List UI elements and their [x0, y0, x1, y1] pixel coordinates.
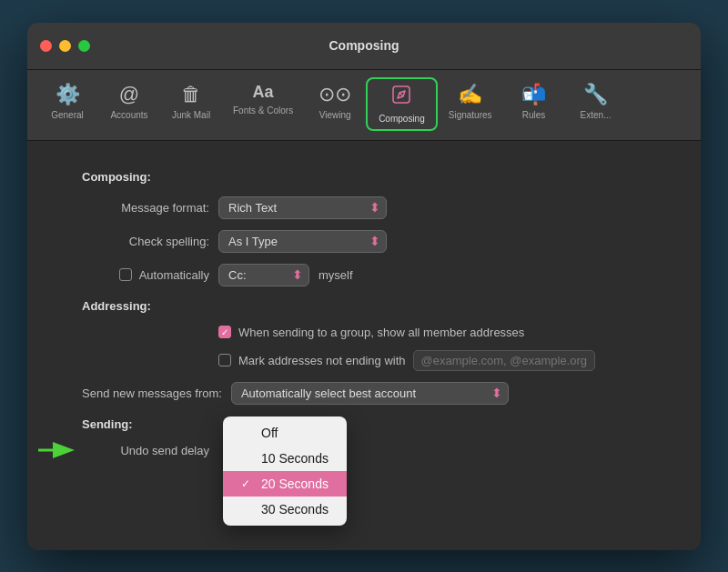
toolbar-item-viewing[interactable]: ⊙⊙ Viewing	[304, 77, 366, 131]
toolbar-item-composing[interactable]: Composing	[366, 77, 438, 131]
20s-checkmark: ✓	[241, 477, 254, 490]
message-format-chevron: ⬍	[369, 200, 380, 215]
send-from-select[interactable]: Automatically select best account ⬍	[231, 382, 509, 405]
message-format-value: Rich Text	[228, 201, 277, 215]
dropdown-label-off: Off	[261, 426, 278, 440]
automatically-label: Automatically	[139, 268, 209, 282]
check-spelling-label: Check spelling:	[82, 235, 209, 248]
dropdown-label-30s: 30 Seconds	[261, 502, 329, 517]
gear-icon: ⚙️	[56, 83, 80, 106]
cc-chevron: ⬍	[292, 267, 303, 282]
cc-select[interactable]: Cc: ⬍	[218, 264, 309, 286]
undo-send-dropdown[interactable]: Off 10 Seconds ✓ 20 Seconds 30 Seconds	[223, 416, 347, 526]
toolbar-item-extensions[interactable]: 🔧 Exten...	[565, 77, 627, 131]
toolbar-item-accounts[interactable]: @ Accounts	[98, 77, 160, 131]
minimize-button[interactable]	[59, 40, 71, 52]
mark-addresses-input[interactable]	[413, 350, 595, 371]
dropdown-label-10s: 10 Seconds	[261, 451, 329, 466]
mark-addresses-label: Mark addresses not ending with	[238, 354, 406, 367]
dropdown-item-10s[interactable]: 10 Seconds	[223, 446, 347, 471]
toolbar-label-fonts-colors: Fonts & Colors	[233, 105, 293, 115]
toolbar-label-general: General	[51, 110, 84, 120]
maximize-button[interactable]	[78, 40, 90, 52]
signatures-icon: ✍️	[458, 83, 482, 106]
check-spelling-select[interactable]: As I Type ⬍	[218, 230, 387, 253]
send-from-label: Send new messages from:	[82, 386, 222, 400]
toolbar-label-viewing: Viewing	[319, 110, 351, 120]
mark-addresses-checkbox[interactable]	[218, 354, 231, 366]
window-title: Composing	[329, 38, 399, 53]
compose-icon	[391, 85, 411, 110]
toolbar-label-extensions: Exten...	[581, 110, 612, 120]
toolbar-label-accounts: Accounts	[110, 110, 147, 120]
automatically-row: Automatically Cc: ⬍ myself	[82, 264, 646, 286]
toolbar-item-junk-mail[interactable]: 🗑 Junk Mail	[160, 77, 222, 131]
message-format-row: Message format: Rich Text ⬍	[82, 196, 646, 219]
sending-header: Sending:	[82, 417, 646, 431]
responding-section: Responding: Use the same message format …	[82, 548, 646, 550]
extensions-icon: 🔧	[583, 83, 608, 106]
toolbar-label-rules: Rules	[522, 110, 546, 120]
traffic-lights	[40, 40, 90, 52]
message-format-label: Message format:	[82, 201, 209, 215]
at-icon: @	[119, 83, 139, 106]
content-area: Composing: Message format: Rich Text ⬍ C…	[27, 141, 701, 550]
group-checkbox-row: ✓ When sending to a group, show all memb…	[218, 326, 646, 339]
message-format-select[interactable]: Rich Text ⬍	[218, 196, 387, 219]
cc-value: Cc:	[228, 268, 247, 282]
sending-section: Sending: Undo send delay	[82, 417, 646, 457]
svg-line-1	[399, 93, 403, 96]
toolbar-label-junk-mail: Junk Mail	[172, 110, 210, 120]
toolbar-label-signatures: Signatures	[449, 110, 492, 120]
undo-send-row: Undo send delay Off 10 Seconds ✓ 20 Seco…	[82, 444, 646, 457]
fonts-icon: Aa	[253, 83, 274, 102]
toolbar-item-general[interactable]: ⚙️ General	[36, 77, 98, 131]
toolbar-label-composing: Composing	[379, 114, 425, 124]
check-spelling-chevron: ⬍	[369, 234, 380, 248]
rules-icon: 📬	[521, 83, 546, 106]
send-from-row: Send new messages from: Automatically se…	[82, 382, 646, 405]
viewing-icon: ⊙⊙	[318, 83, 351, 106]
composing-header: Composing:	[82, 170, 646, 184]
green-arrow-icon	[36, 439, 76, 461]
group-checkbox[interactable]: ✓	[218, 326, 231, 338]
check-spelling-row: Check spelling: As I Type ⬍	[82, 230, 646, 253]
junk-icon: 🗑	[181, 83, 201, 106]
dropdown-item-20s[interactable]: ✓ 20 Seconds	[223, 471, 347, 497]
toolbar-item-fonts-colors[interactable]: Aa Fonts & Colors	[222, 77, 304, 131]
toolbar-item-rules[interactable]: 📬 Rules	[503, 77, 565, 131]
addressing-section: Addressing: ✓ When sending to a group, s…	[82, 299, 646, 405]
myself-label: myself	[318, 268, 353, 282]
group-checkbox-label: When sending to a group, show all member…	[238, 326, 524, 339]
automatically-checkbox[interactable]	[119, 268, 132, 281]
send-from-chevron: ⬍	[491, 386, 502, 400]
composing-section: Composing: Message format: Rich Text ⬍ C…	[82, 170, 646, 286]
toolbar-item-signatures[interactable]: ✍️ Signatures	[438, 77, 503, 131]
close-button[interactable]	[40, 40, 52, 52]
toolbar: ⚙️ General @ Accounts 🗑 Junk Mail Aa Fon…	[27, 70, 701, 141]
dropdown-item-off[interactable]: Off	[223, 420, 347, 446]
main-window: Composing ⚙️ General @ Accounts 🗑 Junk M…	[27, 23, 701, 550]
dropdown-item-30s[interactable]: 30 Seconds	[223, 497, 347, 522]
dropdown-label-20s: 20 Seconds	[261, 477, 329, 491]
undo-send-label: Undo send delay	[82, 444, 209, 457]
titlebar: Composing	[27, 23, 701, 70]
send-from-value: Automatically select best account	[241, 386, 416, 400]
responding-header: Responding:	[82, 548, 646, 550]
mark-addresses-row: Mark addresses not ending with	[218, 350, 646, 371]
check-spelling-value: As I Type	[228, 235, 278, 248]
addressing-header: Addressing:	[82, 299, 646, 313]
